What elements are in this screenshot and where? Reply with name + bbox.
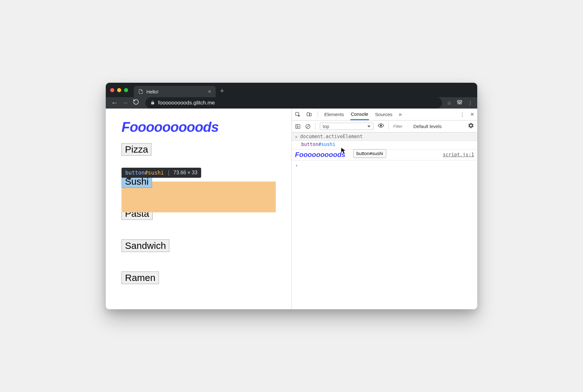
svg-rect-3: [307, 113, 309, 116]
back-button[interactable]: ←: [110, 99, 119, 107]
browser-window: Hello! × + ← → fooooooooods.glitch.me ☆ …: [106, 83, 477, 309]
devtools-close-icon[interactable]: ×: [470, 111, 474, 118]
tooltip-dimensions: 73.66 × 33: [173, 170, 197, 176]
address-bar[interactable]: fooooooooods.glitch.me: [145, 97, 442, 109]
more-tabs-icon[interactable]: »: [399, 111, 402, 118]
window-controls: [110, 88, 128, 92]
devtools-menu-icon[interactable]: ⋮: [460, 112, 465, 117]
tooltip-id: #sushi: [144, 170, 164, 176]
food-button-pizza[interactable]: Pizza: [122, 143, 151, 156]
log-source-link[interactable]: script.js:1: [443, 152, 474, 158]
browser-tab[interactable]: Hello! ×: [134, 86, 216, 97]
reload-button[interactable]: [132, 99, 140, 107]
expression-text: document.activeElement: [300, 134, 363, 139]
bookmark-star-icon[interactable]: ☆: [447, 100, 451, 106]
svg-rect-4: [310, 113, 311, 116]
console-filter-input[interactable]: [393, 124, 409, 129]
page-icon: [138, 89, 143, 94]
devtools-tabbar: Elements Console Sources » ⋮ ×: [292, 109, 477, 120]
tab-console[interactable]: Console: [350, 109, 369, 120]
tab-elements[interactable]: Elements: [324, 109, 345, 120]
maximize-window-button[interactable]: [124, 88, 128, 92]
svg-point-1: [460, 103, 461, 104]
tooltip-tag: button: [125, 170, 144, 176]
svg-rect-5: [296, 125, 300, 128]
remove-expression-icon[interactable]: ×: [295, 134, 297, 139]
close-window-button[interactable]: [110, 88, 114, 92]
browser-toolbar: ← → fooooooooods.glitch.me ☆ ⋮: [106, 97, 477, 109]
close-tab-button[interactable]: ×: [208, 89, 211, 94]
svg-point-0: [458, 103, 459, 104]
svg-point-9: [380, 125, 382, 126]
inspect-tooltip: button#sushi | 73.66 × 33: [122, 168, 201, 178]
devtools-panel: Elements Console Sources » ⋮ × top: [292, 109, 477, 309]
minimize-window-button[interactable]: [117, 88, 121, 92]
food-button-ramen[interactable]: Ramen: [122, 272, 159, 284]
console-sidebar-icon[interactable]: [295, 124, 301, 129]
console-body: × document.activeElement button#sushi bu…: [292, 132, 477, 309]
device-toolbar-icon[interactable]: [306, 112, 312, 117]
live-expression-icon[interactable]: [378, 122, 384, 130]
menu-icon[interactable]: ⋮: [468, 100, 473, 106]
page-viewport: Fooooooooods Pizza button#sushi | 73.66 …: [106, 109, 292, 309]
tab-sources[interactable]: Sources: [375, 109, 393, 120]
console-prompt[interactable]: ›: [292, 160, 477, 170]
food-button-sandwich[interactable]: Sandwich: [122, 239, 169, 252]
url-text: fooooooooods.glitch.me: [158, 100, 215, 106]
tab-title: Hello!: [146, 89, 158, 94]
log-levels-select[interactable]: Default levels: [413, 124, 442, 129]
new-tab-button[interactable]: +: [220, 87, 224, 95]
context-select[interactable]: top: [320, 123, 373, 130]
context-value: top: [323, 124, 329, 129]
lock-icon: [150, 100, 155, 106]
log-message: Fooooooooods: [295, 151, 345, 159]
live-expression-row: × document.activeElement: [292, 132, 477, 141]
svg-line-8: [307, 125, 309, 128]
console-toolbar: top Default levels: [292, 120, 477, 132]
expression-result[interactable]: button#sushi: [292, 141, 477, 149]
clear-console-icon[interactable]: [305, 124, 311, 129]
forward-button[interactable]: →: [121, 99, 130, 107]
inspect-element-icon[interactable]: [295, 112, 301, 117]
console-settings-icon[interactable]: [468, 122, 474, 130]
incognito-icon: [456, 99, 463, 107]
hover-tooltip: button#sushi: [354, 149, 386, 157]
titlebar: Hello! × +: [106, 83, 477, 97]
page-heading: Fooooooooods: [122, 119, 276, 135]
